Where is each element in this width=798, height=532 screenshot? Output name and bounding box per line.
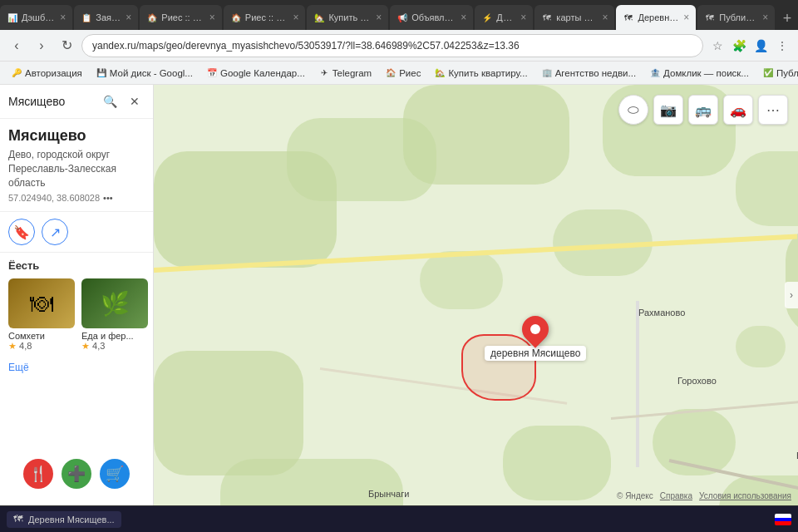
forest-patch-3 xyxy=(403,85,569,185)
bm-buy[interactable]: 🏡 Купить квартиру... xyxy=(430,66,531,81)
coords-more-button[interactable]: ••• xyxy=(103,193,113,203)
tab-village[interactable]: 🗺 Деревня ... × xyxy=(616,5,696,30)
tab-requests[interactable]: 📋 Заявки × xyxy=(74,5,138,30)
tab-title-requests: Заявки xyxy=(96,12,121,22)
extension-icon[interactable]: 🧩 xyxy=(730,37,748,55)
tab-title-ads: Объявлен... xyxy=(411,12,456,22)
tab-close-public[interactable]: × xyxy=(762,12,768,23)
taskbar-item-label: Деревня Мясищев... xyxy=(28,515,115,525)
map-area[interactable]: деревня Мясищево Рахманово Горохово Лучи… xyxy=(154,85,798,505)
new-tab-button[interactable]: + xyxy=(776,7,798,30)
tab-favicon-maps1: 🗺 xyxy=(541,12,553,23)
tab-close-maps1[interactable]: × xyxy=(602,12,608,23)
tab-maps1[interactable]: 🗺 карты — ... × xyxy=(534,5,614,30)
tab-title-dashboard: Дэшборд xyxy=(22,12,55,22)
coords-text: 57.024940, 38.608028 xyxy=(8,193,100,203)
bm-ries[interactable]: 🏠 Риес xyxy=(381,66,425,81)
share-action-button[interactable]: ↗ xyxy=(42,219,68,245)
bm-favicon-drive: 💾 xyxy=(96,67,107,79)
poi-card-0[interactable]: 🍽 Сомхети ★ 4,8 xyxy=(8,278,75,352)
tab-favicon-ries2: 🏠 xyxy=(230,12,242,23)
bm-favicon-agency: 🏢 xyxy=(541,67,553,79)
refresh-button[interactable]: ↻ xyxy=(57,36,76,56)
tab-close-village[interactable]: × xyxy=(683,12,689,23)
address-input[interactable]: yandex.ru/maps/geo/derevnya_myasishchevo… xyxy=(81,34,703,57)
tab-dashboard[interactable]: 📊 Дэшборд × xyxy=(0,5,72,30)
place-subtitle: Дево, городской округ Переславль-Залесск… xyxy=(8,148,145,190)
map-control-more[interactable]: ⋯ xyxy=(758,95,788,125)
bm-favicon-kadastr: ✅ xyxy=(762,67,774,79)
sidebar-search-button[interactable]: 🔍 xyxy=(100,91,120,111)
add-icon-button[interactable]: ➕ xyxy=(62,459,91,489)
map-control-compass[interactable]: ⬭ xyxy=(618,95,648,125)
poi-card-img-0: 🍽 xyxy=(8,278,75,328)
map-right-arrow[interactable]: › xyxy=(785,282,798,308)
bm-favicon-telegram: ✈ xyxy=(318,67,330,79)
bm-favicon-calendar: 📅 xyxy=(206,67,218,79)
tab-close-requests[interactable]: × xyxy=(126,12,131,23)
tab-public[interactable]: 🗺 Публичн... × xyxy=(697,5,775,30)
poi-card-name-0: Сомхети xyxy=(8,331,75,341)
settings-icon[interactable]: ⋮ xyxy=(773,37,791,55)
back-button[interactable]: ‹ xyxy=(7,36,27,56)
tab-close-dashboard[interactable]: × xyxy=(60,12,66,23)
tab-favicon-zen: ⚡ xyxy=(481,12,493,23)
bm-label-auth: Авторизация xyxy=(25,68,82,78)
tab-title-zen: Дзен xyxy=(496,12,515,22)
tab-favicon-dashboard: 📊 xyxy=(7,12,18,23)
bm-calendar[interactable]: 📅 Google Календар... xyxy=(202,66,309,81)
sidebar: Мясищево 🔍 ✕ Мясищево Дево, городской ок… xyxy=(0,85,154,505)
map-control-camera[interactable]: 📷 xyxy=(653,95,683,125)
food-icon-button[interactable]: 🍴 xyxy=(23,459,53,489)
marker-label: деревня Мясищево xyxy=(485,346,586,361)
poi-card-rating-1: ★ 4,3 xyxy=(81,341,148,352)
tab-ads[interactable]: 📢 Объявлен... × xyxy=(390,5,473,30)
bookmarks-bar: 🔑 Авторизация 💾 Мой диск - Googl... 📅 Go… xyxy=(0,62,798,85)
copyright-help[interactable]: Справка xyxy=(660,491,692,500)
bookmark-action-button[interactable]: 🔖 xyxy=(8,219,35,245)
bm-favicon-ries: 🏠 xyxy=(385,67,397,79)
more-link[interactable]: Ещё xyxy=(0,355,153,380)
poi-card-rating-0: ★ 4,8 xyxy=(8,341,75,352)
tab-close-ries1[interactable]: × xyxy=(209,12,215,23)
star-icon-0: ★ xyxy=(8,341,17,351)
bm-kadastr[interactable]: ✅ Публичная кадас... xyxy=(758,66,798,81)
tab-close-ries2[interactable]: × xyxy=(293,12,298,23)
map-control-drive[interactable]: 🚗 xyxy=(723,95,753,125)
bm-drive[interactable]: 💾 Мой диск - Googl... xyxy=(91,66,197,81)
bookmark-icon[interactable]: ☆ xyxy=(708,37,727,55)
tab-close-zen[interactable]: × xyxy=(520,12,526,23)
forward-button[interactable]: › xyxy=(32,36,52,56)
bm-label-telegram: Telegram xyxy=(332,68,372,78)
bm-auth[interactable]: 🔑 Авторизация xyxy=(7,66,86,81)
bm-label-kadastr: Публичная кадас... xyxy=(776,68,798,78)
address-bar-row: ‹ › ↻ yandex.ru/maps/geo/derevnya_myasis… xyxy=(0,30,798,62)
map-control-transit[interactable]: 🚌 xyxy=(688,95,718,125)
tab-buy[interactable]: 🏡 Купить ке... × xyxy=(307,5,388,30)
bm-domclick[interactable]: 🏦 Домклик — поиск... xyxy=(645,66,753,81)
tab-zen[interactable]: ⚡ Дзен × xyxy=(475,5,533,30)
copyright-terms[interactable]: Условия использования xyxy=(699,491,791,500)
cart-icon-button[interactable]: 🛒 xyxy=(100,459,130,489)
address-icons: ☆ 🧩 👤 ⋮ xyxy=(708,37,791,55)
map-marker[interactable]: деревня Мясищево xyxy=(485,316,586,361)
forest-patch-9 xyxy=(736,326,786,367)
sidebar-place-info: Мясищево Дево, городской округ Переславл… xyxy=(0,119,153,212)
tab-bar: 📊 Дэшборд × 📋 Заявки × 🏠 Риес :: об... ×… xyxy=(0,0,798,30)
forest-patch-14 xyxy=(420,251,503,309)
tab-ries1[interactable]: 🏠 Риес :: об... × xyxy=(140,5,222,30)
forest-patch-7 xyxy=(154,351,303,475)
bm-telegram[interactable]: ✈ Telegram xyxy=(314,66,376,81)
browser-frame: 📊 Дэшборд × 📋 Заявки × 🏠 Риес :: об... ×… xyxy=(0,0,798,532)
sidebar-close-button[interactable]: ✕ xyxy=(125,91,145,111)
bm-label-drive: Мой диск - Googl... xyxy=(110,68,193,78)
place-name: Мясищево xyxy=(8,127,145,145)
tab-close-buy[interactable]: × xyxy=(376,12,382,23)
account-icon[interactable]: 👤 xyxy=(751,37,770,55)
poi-card-img-1: 🌿 xyxy=(81,278,148,328)
tab-close-ads[interactable]: × xyxy=(461,12,466,23)
tab-ries2[interactable]: 🏠 Риес :: об... × xyxy=(224,5,306,30)
taskbar-item-village[interactable]: 🗺 Деревня Мясищев... xyxy=(7,511,121,528)
bm-agency[interactable]: 🏢 Агентство недви... xyxy=(537,66,640,81)
poi-card-1[interactable]: 🌿 Еда и фер... ★ 4,3 xyxy=(81,278,148,352)
